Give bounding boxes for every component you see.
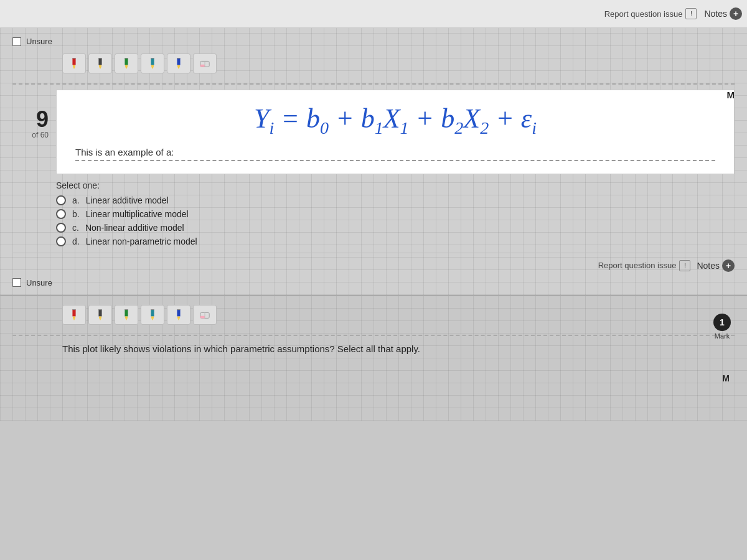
question-of-total: of 60 [32, 131, 49, 139]
radio-d[interactable] [56, 236, 66, 246]
m-badge-top: M [727, 90, 735, 100]
question2-text: This plot likely shows violations in whi… [62, 342, 735, 357]
option-c[interactable]: c. Non-linear additive model [56, 223, 735, 233]
svg-marker-37 [151, 318, 154, 320]
svg-rect-16 [177, 58, 180, 65]
svg-rect-28 [99, 316, 101, 318]
svg-rect-3 [72, 58, 75, 58]
svg-rect-13 [151, 65, 154, 67]
mark-badge: 1 Mark [713, 314, 731, 340]
svg-rect-11 [125, 58, 128, 58]
question2-text-content: This plot likely shows violations in whi… [62, 343, 420, 354]
svg-rect-31 [125, 309, 128, 317]
eraser-btn-2[interactable] [193, 305, 217, 325]
option-c-text: Non-linear additive model [85, 223, 184, 233]
option-b-letter: b. [72, 209, 80, 219]
option-d[interactable]: d. Linear non-parametric model [56, 236, 735, 246]
teal-pencil-btn[interactable] [141, 54, 164, 73]
notes-plus-top: + [730, 7, 742, 20]
option-d-letter: d. [72, 236, 80, 246]
svg-marker-10 [125, 67, 128, 69]
svg-marker-18 [177, 67, 180, 69]
red-pencil-btn[interactable] [62, 54, 86, 73]
svg-rect-17 [177, 65, 180, 67]
svg-marker-25 [73, 318, 75, 320]
svg-rect-4 [98, 58, 101, 65]
svg-rect-26 [72, 309, 75, 310]
svg-rect-23 [72, 309, 75, 317]
green-pencil-btn-2[interactable] [115, 305, 138, 325]
svg-marker-29 [99, 318, 101, 320]
unsure-bottom[interactable]: Unsure [12, 278, 735, 287]
blue-pencil-btn[interactable] [167, 54, 190, 73]
report-question-button-top[interactable]: Report question issue ! [604, 8, 697, 19]
option-a-letter: a. [72, 195, 80, 205]
option-c-letter: c. [72, 223, 79, 233]
drawing-toolbar-2 [62, 305, 735, 325]
dark-pencil-btn[interactable] [88, 54, 112, 73]
svg-rect-27 [98, 309, 101, 317]
svg-rect-12 [151, 58, 154, 65]
unsure-checkbox-top[interactable]: Unsure [12, 37, 735, 46]
svg-marker-2 [73, 67, 75, 69]
radio-c[interactable] [56, 223, 66, 233]
red-pencil-btn-2[interactable] [62, 305, 86, 325]
svg-rect-19 [177, 58, 180, 58]
svg-rect-5 [99, 65, 101, 67]
options-list: a. Linear additive model b. Linear multi… [56, 195, 735, 246]
svg-rect-0 [72, 58, 75, 65]
svg-rect-7 [98, 58, 101, 58]
unsure-checkbox-input-bottom[interactable] [12, 278, 21, 287]
svg-rect-39 [177, 309, 180, 317]
svg-marker-41 [177, 318, 180, 320]
question-text: This is an example of a: [75, 147, 715, 161]
radio-a[interactable] [56, 195, 66, 205]
notes-button-bottom[interactable]: Notes + [697, 259, 735, 272]
report-icon-bottom: ! [679, 260, 690, 271]
svg-marker-33 [125, 318, 128, 320]
eraser-btn[interactable] [193, 54, 217, 73]
svg-rect-1 [73, 65, 75, 67]
notes-button-top[interactable]: Notes + [704, 7, 742, 20]
svg-rect-40 [177, 316, 180, 318]
mark-number: 1 [713, 314, 731, 331]
svg-rect-42 [177, 309, 180, 310]
svg-rect-24 [73, 316, 75, 318]
report-question-button-bottom[interactable]: Report question issue ! [598, 260, 691, 271]
blue-pencil-btn-2[interactable] [167, 305, 190, 325]
mark-label: Mark [715, 332, 730, 340]
unsure-label-top: Unsure [26, 37, 52, 46]
svg-rect-35 [151, 309, 154, 317]
top-bar: Report question issue ! Notes + [0, 0, 747, 28]
m-badge-2: M [722, 373, 730, 383]
svg-marker-14 [151, 67, 154, 69]
option-b[interactable]: b. Linear multiplicative model [56, 209, 735, 219]
svg-marker-6 [99, 67, 101, 69]
select-one-label: Select one: [56, 180, 735, 190]
option-d-text: Linear non-parametric model [86, 236, 197, 246]
drawing-toolbar-1 [62, 54, 735, 73]
report-label-top: Report question issue [604, 9, 683, 19]
green-pencil-btn[interactable] [115, 54, 138, 73]
svg-rect-8 [125, 58, 128, 65]
report-icon-top: ! [685, 8, 697, 19]
svg-rect-36 [151, 316, 154, 318]
notes-label-top: Notes [704, 9, 727, 19]
svg-rect-44 [200, 316, 205, 319]
svg-rect-30 [98, 309, 101, 310]
teal-pencil-btn-2[interactable] [141, 305, 164, 325]
option-a[interactable]: a. Linear additive model [56, 195, 735, 205]
svg-rect-34 [125, 309, 128, 310]
option-a-text: Linear additive model [86, 195, 169, 205]
unsure-checkbox-input-top[interactable] [12, 37, 21, 46]
notes-plus-bottom: + [722, 259, 735, 272]
notes-label-bottom: Notes [697, 261, 720, 271]
svg-rect-32 [125, 316, 128, 318]
dark-pencil-btn-2[interactable] [88, 305, 112, 325]
svg-rect-9 [125, 65, 128, 67]
formula-display: Yi = b0 + b1X1 + b2X2 + εi [75, 103, 715, 138]
svg-rect-21 [200, 65, 205, 67]
report-label-bottom: Report question issue [598, 261, 677, 270]
radio-b[interactable] [56, 209, 66, 219]
svg-rect-15 [151, 58, 154, 58]
